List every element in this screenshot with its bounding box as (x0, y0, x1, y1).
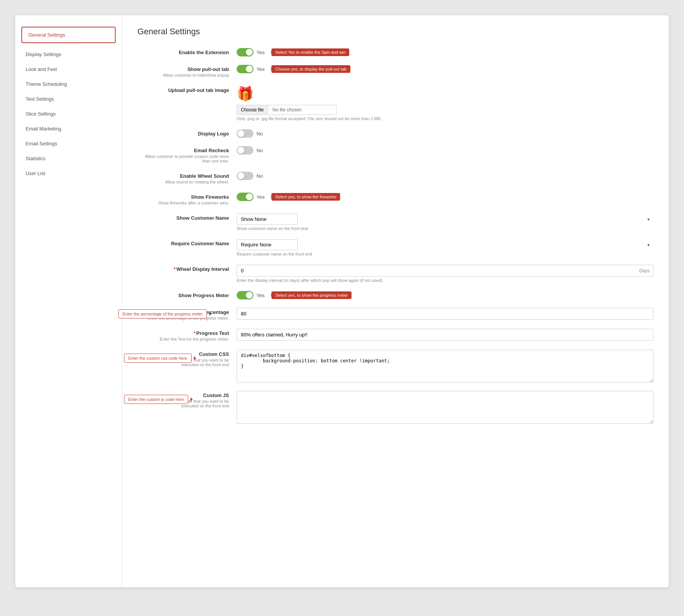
progress-text-input[interactable] (237, 329, 653, 341)
toggle-knob (237, 172, 244, 179)
chevron-down-icon: ▼ (647, 243, 650, 247)
email-recheck-toggle[interactable] (237, 146, 253, 154)
toggle-knob (237, 147, 244, 154)
sublabel-show-fireworks: Show fireworks after a customer wins. (137, 201, 229, 205)
row-show-fireworks: Show Fireworks Show fireworks after a cu… (137, 193, 653, 205)
required-star: * (174, 266, 176, 272)
sidebar-item-theme-scheduling[interactable]: Theme Scheduling (15, 77, 122, 92)
enable-wheel-sound-toggle[interactable] (237, 172, 253, 180)
sidebar-active-box: General Settings (21, 27, 116, 43)
enable-extension-annotation: Select Yes to enable the Spin and win (271, 48, 349, 56)
sublabel-progress-text: Enter the Text for the progress meter. (137, 337, 229, 341)
annotation-arrow (190, 397, 193, 401)
sidebar-item-user-list[interactable]: User List (15, 166, 122, 181)
label-display-logo: Display Logo (198, 131, 229, 137)
row-show-progress-meter: Show Progress Meter Yes Select yes, to s… (137, 291, 653, 299)
label-show-fireworks: Show Fireworks (191, 194, 229, 200)
label-custom-js: Custom JS (203, 392, 229, 398)
row-wheel-display-interval: *Wheel Display Interval Days Enter the d… (137, 265, 653, 283)
sidebar: General Settings Display Settings Look a… (15, 15, 122, 587)
show-pullout-toggle[interactable] (237, 65, 253, 73)
toggle-knob (246, 292, 253, 299)
email-recheck-control: No (237, 146, 653, 154)
file-name-display: No file chosen (268, 105, 337, 115)
sidebar-item-email-settings[interactable]: Email Settings (15, 136, 122, 151)
row-enable-extension: Enable the Extension Yes Select Yes to e… (137, 48, 653, 56)
enable-extension-toggle[interactable] (237, 48, 253, 56)
show-fireworks-annotation: Select yes, to show the fireworks (271, 193, 340, 201)
label-custom-css: Custom CSS (199, 351, 229, 357)
label-show-customer-name: Show Customer Name (176, 215, 229, 221)
page-title: General Settings (137, 27, 653, 37)
label-email-recheck: Email Recheck (194, 148, 229, 153)
wheel-interval-input-wrap: Days (237, 265, 653, 277)
row-email-recheck: Email Recheck Allow customer to provide … (137, 146, 653, 163)
progress-percentage-annotation: Enter the percentage of the progress met… (118, 309, 207, 318)
show-customer-name-select[interactable]: Show None Show First Name Show Full Name (237, 214, 298, 225)
sublabel-email-recheck: Allow customer to provide coupon code mo… (137, 154, 229, 163)
sidebar-item-display-settings[interactable]: Display Settings (15, 47, 122, 62)
annotation-arrow (194, 356, 196, 360)
require-customer-name-select-wrap: Require None Require First Name Require … (237, 239, 653, 250)
label-upload-pullout-image: Upload pull-out tab image (168, 87, 229, 93)
required-star: * (194, 330, 195, 336)
custom-css-textarea[interactable]: div#velsofbottom { background-position: … (237, 350, 653, 383)
main-content: General Settings Enable the Extension Ye… (122, 15, 669, 587)
enable-extension-control: Yes Select Yes to enable the Spin and wi… (237, 48, 653, 56)
label-show-progress-meter: Show Progress Meter (178, 293, 229, 298)
label-wheel-display-interval: *Wheel Display Interval (174, 266, 229, 272)
row-show-pullout-tab: Show pull-out tab Allow customer to hide… (137, 65, 653, 77)
row-custom-js: Custom JS Add custom JS code that you wa… (137, 391, 653, 424)
enable-wheel-sound-label: No (256, 173, 263, 179)
label-progress-text: *Progress Text (194, 330, 229, 336)
sublabel-show-pullout-tab: Allow customer to hide/show popup (137, 73, 229, 77)
show-customer-name-hint: Show customer name on the front end (237, 226, 653, 231)
sidebar-item-email-marketing[interactable]: Email Marketing (15, 121, 122, 136)
toggle-knob (237, 130, 244, 137)
show-fireworks-toggle[interactable] (237, 193, 253, 201)
display-logo-label: No (256, 131, 263, 137)
days-suffix: Days (639, 268, 650, 273)
custom-js-annotation: Enter the custom js code here (124, 395, 188, 404)
require-customer-name-select[interactable]: Require None Require First Name Require … (237, 239, 298, 250)
toggle-knob (246, 66, 253, 72)
toggle-knob (246, 193, 253, 200)
progress-percentage-input[interactable] (237, 308, 653, 320)
sidebar-item-statistics[interactable]: Statistics (15, 151, 122, 166)
show-progress-meter-control: Yes Select yes, to show the progress met… (237, 291, 653, 299)
row-enable-wheel-sound: Enable Wheel Sound Allow sound on rotati… (137, 172, 653, 184)
sidebar-item-look-and-feel[interactable]: Look and Feel (15, 62, 122, 77)
label-enable-wheel-sound: Enable Wheel Sound (180, 173, 229, 179)
row-display-logo: Display Logo No (137, 129, 653, 138)
show-fireworks-control: Yes Select yes, to show the fireworks (237, 193, 653, 201)
chevron-down-icon: ▼ (647, 217, 650, 221)
display-logo-toggle[interactable] (237, 129, 253, 138)
file-upload-hint: Only .png or .jpg file format accepted. … (237, 116, 653, 121)
custom-js-annotation-wrap: Enter the custom js code here (124, 395, 188, 404)
file-upload-row: Choose file No file chosen (237, 105, 653, 115)
row-require-customer-name: Require Customer Name Require None Requi… (137, 239, 653, 256)
show-pullout-toggle-label: Yes (256, 66, 265, 72)
sublabel-enable-wheel-sound: Allow sound on rotating the wheel. (137, 180, 229, 184)
wheel-interval-input[interactable] (237, 265, 653, 277)
show-pullout-annotation: Choose yes, to display the pull-out tab (271, 65, 350, 73)
progress-percentage-annotation-wrap: Enter the percentage of the progress met… (118, 309, 207, 318)
show-fireworks-label: Yes (256, 194, 265, 200)
enable-extension-toggle-label: Yes (256, 50, 265, 55)
sidebar-item-text-settings[interactable]: Text Settings (15, 92, 122, 106)
row-upload-pullout-image: Upload pull-out tab image 🎁 Choose file … (137, 86, 653, 121)
sidebar-item-general-settings[interactable]: General Settings (22, 27, 115, 42)
annotation-arrow (209, 312, 211, 316)
label-show-pullout-tab: Show pull-out tab (187, 66, 229, 72)
gift-icon: 🎁 (237, 86, 653, 102)
sidebar-item-slice-settings[interactable]: Slice Settings (15, 106, 122, 121)
custom-js-textarea[interactable] (237, 391, 653, 424)
label-require-customer-name: Require Customer Name (171, 241, 229, 246)
show-progress-meter-toggle[interactable] (237, 291, 253, 299)
custom-css-annotation: Enter the custom css code here (124, 354, 192, 363)
show-pullout-control: Yes Choose yes, to display the pull-out … (237, 65, 653, 73)
show-customer-name-select-wrap: Show None Show First Name Show Full Name… (237, 214, 653, 225)
choose-file-button[interactable]: Choose file (237, 105, 268, 115)
custom-css-annotation-wrap: Enter the custom css code here (124, 354, 192, 363)
settings-panel: General Settings Display Settings Look a… (15, 15, 669, 587)
